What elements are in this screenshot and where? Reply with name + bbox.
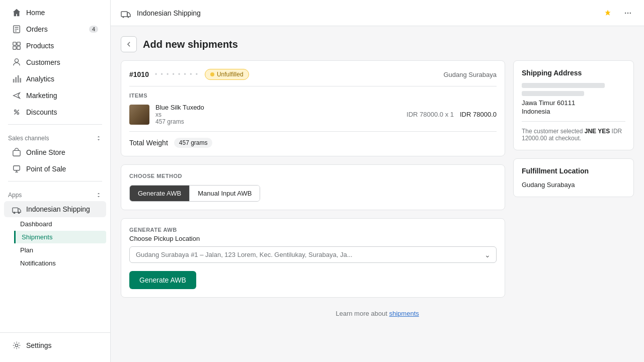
sub-nav-plan-label: Plan xyxy=(20,246,33,254)
apps-label: Apps xyxy=(0,186,110,201)
sidebar-item-orders[interactable]: Orders 4 xyxy=(4,21,106,37)
cards-layout: #1010 • • • • • • • • Unfulfilled Gudang… xyxy=(121,60,634,298)
method-tabs: Generate AWB Manual Input AWB xyxy=(129,185,260,202)
sidebar-item-indonesian-shipping[interactable]: Indonesian Shipping xyxy=(4,201,106,217)
svg-point-26 xyxy=(128,16,129,18)
footer-shipments-link[interactable]: shipments xyxy=(389,310,419,317)
sidebar-item-discounts[interactable]: Discounts xyxy=(4,104,106,120)
sidebar-item-products[interactable]: Products xyxy=(4,38,106,54)
svg-point-23 xyxy=(15,344,18,346)
svg-rect-7 xyxy=(17,46,20,49)
sidebar-item-point-of-sale[interactable]: Point of Sale xyxy=(4,161,106,177)
home-icon xyxy=(12,8,21,17)
sub-nav-dashboard[interactable]: Dashboard xyxy=(14,218,106,230)
svg-rect-10 xyxy=(15,77,17,82)
more-options-button[interactable] xyxy=(620,5,636,21)
svg-point-29 xyxy=(630,12,631,13)
sidebar-item-home[interactable]: Home xyxy=(4,5,106,21)
sidebar-item-customers[interactable]: Customers xyxy=(4,54,106,70)
tab-generate-awb[interactable]: Generate AWB xyxy=(130,186,190,201)
generate-awb-button[interactable]: Generate AWB xyxy=(129,271,196,289)
svg-line-15 xyxy=(15,110,19,115)
svg-rect-5 xyxy=(17,42,20,45)
topbar-actions xyxy=(600,5,636,21)
discounts-icon xyxy=(12,108,21,117)
order-header: #1010 • • • • • • • • Unfulfilled Gudang… xyxy=(129,69,497,86)
orders-badge: 4 xyxy=(89,26,98,33)
sidebar-item-analytics-label: Analytics xyxy=(26,75,54,83)
tab-manual-input-awb[interactable]: Manual Input AWB xyxy=(190,186,260,201)
back-button[interactable] xyxy=(121,36,137,52)
online-store-icon xyxy=(12,148,21,157)
pin-button[interactable] xyxy=(600,5,616,21)
status-dot xyxy=(210,72,214,76)
page-title: Add new shipments xyxy=(143,39,238,50)
svg-point-8 xyxy=(15,59,18,62)
sales-channels-label: Sales channels xyxy=(0,129,110,144)
svg-rect-20 xyxy=(13,208,18,212)
sidebar-item-online-store[interactable]: Online Store xyxy=(4,144,106,160)
topbar-title: Indonesian Shipping xyxy=(137,9,596,17)
sub-nav-shipments[interactable]: Shipments xyxy=(14,231,106,243)
sidebar-item-settings-label: Settings xyxy=(26,341,52,349)
status-badge: Unfulfilled xyxy=(205,69,249,80)
svg-rect-24 xyxy=(121,12,127,17)
address-country: Indonesia xyxy=(522,108,625,115)
footer-text: Learn more about xyxy=(336,310,387,317)
svg-rect-12 xyxy=(20,78,21,82)
svg-rect-17 xyxy=(14,166,20,170)
choose-method-label: CHOOSE METHOD xyxy=(129,173,497,179)
svg-point-22 xyxy=(18,212,20,214)
svg-point-13 xyxy=(15,110,17,112)
address-note: The customer selected JNE YES IDR 12000.… xyxy=(522,121,625,142)
fulfillment-location-title: Fulfillment Location xyxy=(522,167,625,175)
point-of-sale-icon xyxy=(12,164,21,173)
sub-nav-plan[interactable]: Plan xyxy=(14,244,106,256)
shipping-address-card: Shipping Address Jawa Timur 60111 Indone… xyxy=(513,60,634,150)
address-line-2-blurred xyxy=(522,91,584,96)
footer: Learn more about shipments xyxy=(121,310,634,317)
item-variant: xs xyxy=(155,111,400,118)
fulfillment-location-card: Fulfillment Location Gudang Surabaya xyxy=(513,158,634,197)
item-price: IDR 78000.0 x 1 xyxy=(407,111,454,118)
total-weight-row: Total Weight 457 grams xyxy=(129,131,497,148)
item-thumb-image xyxy=(129,105,149,125)
main-content: Indonesian Shipping Add new shipments xyxy=(111,0,644,362)
sidebar-item-analytics[interactable]: Analytics xyxy=(4,71,106,87)
order-blurred: • • • • • • • • xyxy=(155,71,199,78)
settings-icon xyxy=(12,341,21,350)
item-weight: 457 grams xyxy=(155,118,400,125)
status-label: Unfulfilled xyxy=(217,71,244,78)
sidebar-item-settings[interactable]: Settings xyxy=(4,337,106,353)
sub-nav: Dashboard Shipments Plan Notifications xyxy=(0,218,110,269)
customers-icon xyxy=(12,58,21,67)
generate-awb-card: GENERATE AWB Choose Pickup Location Guda… xyxy=(121,218,505,298)
sub-nav-notifications-label: Notifications xyxy=(20,259,56,267)
sidebar-item-orders-label: Orders xyxy=(26,25,48,33)
svg-point-27 xyxy=(625,12,626,13)
sidebar-item-home-label: Home xyxy=(26,9,45,17)
fulfillment-location-value: Gudang Surabaya xyxy=(522,181,625,189)
sidebar-item-customers-label: Customers xyxy=(26,58,60,66)
sidebar-item-marketing-label: Marketing xyxy=(26,92,57,100)
sub-nav-notifications[interactable]: Notifications xyxy=(14,257,106,269)
sidebar-item-marketing[interactable]: Marketing xyxy=(4,87,106,104)
sidebar-item-products-label: Products xyxy=(26,42,54,50)
analytics-icon xyxy=(12,74,21,83)
products-icon xyxy=(12,41,21,50)
sidebar-item-pos-label: Point of Sale xyxy=(26,165,66,173)
sub-nav-dashboard-label: Dashboard xyxy=(20,220,52,228)
shipping-method: JNE YES xyxy=(585,128,610,135)
address-line-1-blurred xyxy=(522,83,605,88)
total-weight-value: 457 grams xyxy=(174,138,213,148)
order-location: Gudang Surabaya xyxy=(443,71,497,78)
nav-divider-1 xyxy=(8,124,102,125)
items-section: ITEMS Blue Silk Tuxedo xs 457 grams IDR … xyxy=(129,93,497,125)
pickup-location-select[interactable]: Gudang Surabaya #1 – Jalan, 123 Lorem, K… xyxy=(129,246,497,263)
pickup-select-wrapper: Gudang Surabaya #1 – Jalan, 123 Lorem, K… xyxy=(129,246,497,263)
generate-awb-section-label: GENERATE AWB xyxy=(129,227,497,233)
shipping-address-title: Shipping Address xyxy=(522,69,625,77)
svg-rect-6 xyxy=(13,46,16,49)
sub-nav-shipments-label: Shipments xyxy=(22,233,52,241)
item-total: IDR 78000.0 xyxy=(460,111,497,118)
